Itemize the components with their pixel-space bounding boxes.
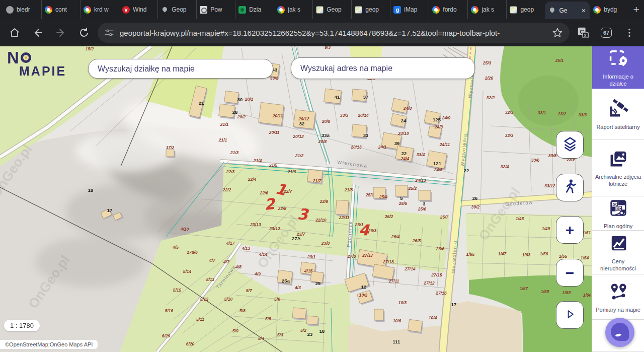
logo-word-mapie: MAPIE xyxy=(19,64,66,79)
svg-text:23/12: 23/12 xyxy=(269,226,280,231)
sidebar-item-raport-satelitarny[interactable]: Raport satelitarny xyxy=(592,89,644,139)
svg-text:22: 22 xyxy=(464,168,469,173)
svg-text:24/8: 24/8 xyxy=(403,106,412,111)
svg-text:32/2: 32/2 xyxy=(487,95,495,100)
search-plot-input[interactable]: Wyszukaj działkę na mapie xyxy=(88,59,273,79)
tab-strip: biedrcontkrd wWindGeopPowDziajak sGeopge… xyxy=(0,0,644,19)
svg-text:26/6: 26/6 xyxy=(436,246,445,251)
back-button[interactable] xyxy=(28,23,47,42)
svg-text:10/4: 10/4 xyxy=(429,315,437,320)
zoom-out-button[interactable]: − xyxy=(556,259,584,287)
svg-text:21/3: 21/3 xyxy=(230,150,239,155)
tab-title: Geop xyxy=(327,6,348,13)
svg-text:18: 18 xyxy=(88,187,94,193)
browser-tab[interactable]: geop xyxy=(506,0,545,19)
svg-text:1/65: 1/65 xyxy=(466,252,475,257)
zoom-in-button[interactable]: + xyxy=(556,216,584,244)
svg-text:30: 30 xyxy=(237,97,243,102)
forward-button[interactable] xyxy=(51,23,70,42)
tab-title: Wind xyxy=(133,6,154,13)
svg-text:21/1: 21/1 xyxy=(220,122,229,127)
layers-button[interactable] xyxy=(556,131,584,159)
search-address-input[interactable]: Wyszukaj adres na mapie xyxy=(291,57,475,79)
svg-text:5/11: 5/11 xyxy=(196,317,204,322)
svg-text:111: 111 xyxy=(393,339,401,344)
extensions-button[interactable]: 67 xyxy=(597,23,616,42)
svg-text:5/8: 5/8 xyxy=(239,308,246,313)
svg-text:21/1: 21/1 xyxy=(218,137,227,143)
svg-text:6/29: 6/29 xyxy=(162,333,171,338)
svg-text:4/15: 4/15 xyxy=(304,268,313,273)
svg-text:6/20: 6/20 xyxy=(186,341,195,346)
sidebar-item-archiwalne-zdjęcia-lotnicze[interactable]: Archiwalne zdjęcia lotnicze xyxy=(592,139,644,196)
sidebar-item-plan-ogólny[interactable]: SOSKPlan ogólny xyxy=(592,196,644,231)
translate-button[interactable]: Gx xyxy=(574,23,593,42)
home-button[interactable] xyxy=(5,23,24,42)
home-icon xyxy=(9,27,21,39)
browser-tab[interactable]: iMap xyxy=(390,0,429,19)
svg-text:33/4: 33/4 xyxy=(417,152,425,157)
svg-text:12: 12 xyxy=(361,284,367,290)
browser-tab[interactable]: geop xyxy=(351,0,390,19)
svg-text:37: 37 xyxy=(363,94,369,100)
svg-text:21/8: 21/8 xyxy=(344,187,353,192)
browser-tab[interactable]: bydg xyxy=(590,0,628,19)
sidebar-item-pomiary-na-mapie[interactable]: Pomiary na mapie xyxy=(592,274,644,320)
browser-tab[interactable]: fordo xyxy=(429,0,467,19)
svg-text:23/1: 23/1 xyxy=(307,254,316,259)
menu-button[interactable] xyxy=(620,23,639,42)
map-favicon xyxy=(510,6,517,14)
svg-text:24/9: 24/9 xyxy=(442,115,451,120)
svg-text:22: 22 xyxy=(401,151,407,156)
sidebar-item-informacje-o-działce[interactable]: Informacje o działce xyxy=(592,46,644,89)
bookmark-star-icon[interactable] xyxy=(551,27,564,39)
browser-tab[interactable]: jak s xyxy=(467,0,506,19)
tab-close-icon[interactable]: × xyxy=(580,7,587,14)
svg-text:25/1: 25/1 xyxy=(555,58,564,63)
satellite-icon xyxy=(607,98,629,122)
svg-text:27/12: 27/12 xyxy=(423,280,435,286)
browser-tab[interactable]: jak s xyxy=(274,0,312,19)
browser-tab[interactable]: Geop xyxy=(312,0,351,19)
svg-text:41: 41 xyxy=(335,94,340,100)
address-bar[interactable]: geoportal-krajowy.pl/na-mapie#x=18.16203… xyxy=(98,23,570,43)
browser-tab[interactable]: krd w xyxy=(80,0,119,19)
sidebar-item-ceny-nieruchomości[interactable]: Ceny nieruchomości xyxy=(592,231,644,274)
svg-text:1/63: 1/63 xyxy=(522,252,531,257)
browser-tab[interactable]: Geop xyxy=(157,0,196,19)
svg-text:18: 18 xyxy=(319,328,325,334)
svg-text:33/3: 33/3 xyxy=(340,113,349,118)
svg-text:4/14: 4/14 xyxy=(259,252,268,257)
browser-tab[interactable]: Dzia xyxy=(235,0,274,19)
google-favicon xyxy=(84,6,91,14)
browser-tab[interactable]: cont xyxy=(41,0,80,19)
browser-tab[interactable]: Ge× xyxy=(545,2,590,19)
chat-button[interactable] xyxy=(605,318,634,347)
svg-text:5/12: 5/12 xyxy=(200,297,209,302)
svg-text:33/2: 33/2 xyxy=(270,76,279,81)
svg-text:21/6: 21/6 xyxy=(287,169,296,174)
search-address-placeholder: Wyszukaj adres na mapie xyxy=(300,64,392,73)
new-tab-button[interactable]: + xyxy=(628,0,644,19)
svg-text:22/4: 22/4 xyxy=(248,177,257,182)
browser-tab[interactable]: Wind xyxy=(119,0,157,19)
tab-title: Pow xyxy=(210,6,232,13)
browser-tab[interactable]: biedr xyxy=(3,0,41,19)
cadastral-map[interactable]: OnGeo.plOnGeo.plOnGeo.plOnGeo.pl15/29/33… xyxy=(0,46,592,352)
svg-text:4/7: 4/7 xyxy=(223,259,230,264)
svg-text:17: 17 xyxy=(107,207,113,213)
svg-text:4: 4 xyxy=(358,221,370,239)
expand-button[interactable] xyxy=(556,301,584,329)
reload-button[interactable] xyxy=(74,23,94,42)
svg-text:1/49: 1/49 xyxy=(542,226,550,231)
svg-text:23/8: 23/8 xyxy=(321,241,330,246)
svg-text:17: 17 xyxy=(451,302,457,307)
street-view-button[interactable] xyxy=(556,174,584,201)
plan-icon: SOSK xyxy=(607,197,629,221)
svg-text:24/5: 24/5 xyxy=(434,167,443,172)
svg-text:20/2: 20/2 xyxy=(237,114,246,119)
reload-icon xyxy=(78,27,90,39)
svg-text:1/54: 1/54 xyxy=(581,255,589,260)
browser-tab[interactable]: Pow xyxy=(196,0,235,19)
svg-text:4/10: 4/10 xyxy=(180,227,189,232)
